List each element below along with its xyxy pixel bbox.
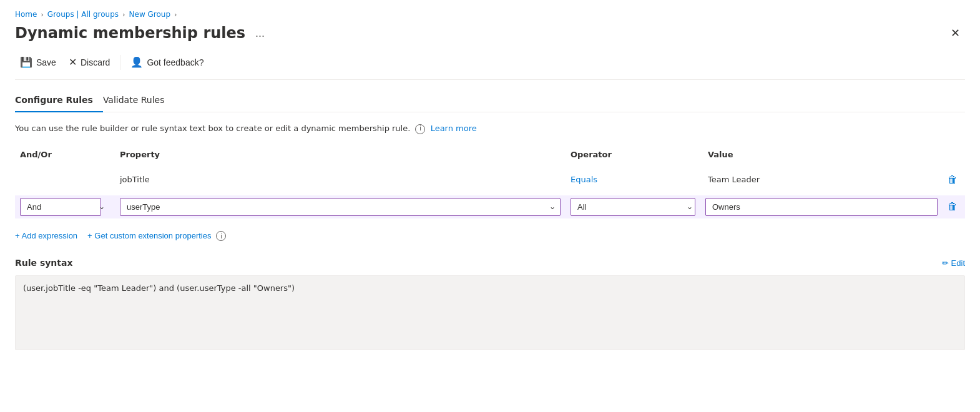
tabs: Configure Rules Validate Rules	[15, 90, 965, 112]
discard-label: Discard	[81, 57, 110, 67]
static-property: jobTitle	[115, 172, 566, 187]
edit-rule-syntax-button[interactable]: ✏ Edit	[942, 256, 965, 270]
static-andor	[15, 177, 115, 182]
property-select[interactable]: userType jobTitle department	[120, 198, 561, 216]
operator-select[interactable]: Equals Not Equals Contains All Any	[571, 198, 695, 216]
value-cell	[703, 198, 940, 216]
static-operator: Equals	[566, 172, 703, 187]
save-button[interactable]: 💾 Save	[15, 52, 61, 72]
add-expression-row: + Add expression + Get custom extension …	[15, 228, 965, 243]
info-text: You can use the rule builder or rule syn…	[15, 122, 965, 135]
rule-syntax-section: Rule syntax ✏ Edit (user.jobTitle -eq "T…	[15, 256, 965, 352]
close-button[interactable]: ✕	[946, 24, 965, 42]
col-header-property: Property	[115, 147, 566, 162]
feedback-button[interactable]: 👤 Got feedback?	[125, 52, 208, 72]
feedback-icon: 👤	[130, 56, 143, 68]
ellipsis-button[interactable]: ...	[252, 26, 268, 41]
rule-syntax-textarea[interactable]: (user.jobTitle -eq "Team Leader") and (u…	[15, 275, 965, 350]
feedback-label: Got feedback?	[147, 57, 203, 67]
col-header-delete	[940, 147, 965, 162]
save-label: Save	[36, 57, 56, 67]
get-custom-label: + Get custom extension properties	[87, 231, 211, 240]
discard-icon: ✕	[69, 56, 77, 68]
get-custom-button[interactable]: + Get custom extension properties i	[87, 228, 228, 243]
static-delete-cell: 🗑	[940, 169, 965, 190]
delete-row-1-button[interactable]: 🗑	[945, 172, 960, 188]
col-header-andor: And/Or	[15, 147, 115, 162]
breadcrumb-groups[interactable]: Groups | All groups	[47, 10, 119, 19]
table-row-static: jobTitle Equals Team Leader 🗑	[15, 167, 965, 195]
discard-button[interactable]: ✕ Discard	[64, 52, 115, 72]
save-icon: 💾	[20, 56, 32, 68]
property-cell: userType jobTitle department ⌄	[115, 198, 566, 216]
col-header-operator: Operator	[566, 147, 703, 162]
andor-cell: And Or ⌄	[15, 198, 115, 216]
operator-cell: Equals Not Equals Contains All Any ⌄	[566, 198, 703, 216]
table-header: And/Or Property Operator Value	[15, 147, 965, 167]
rule-syntax-title: Rule syntax	[15, 258, 73, 268]
breadcrumb-sep1: ›	[41, 11, 43, 19]
rule-table: And/Or Property Operator Value jobTitle …	[15, 147, 965, 218]
col-header-value: Value	[703, 147, 940, 162]
custom-info-icon: i	[216, 231, 226, 241]
page-title: Dynamic membership rules	[15, 24, 245, 42]
info-icon: i	[415, 124, 425, 134]
static-value: Team Leader	[703, 172, 940, 187]
andor-select-wrapper: And Or ⌄	[20, 198, 110, 216]
value-input[interactable]	[705, 198, 938, 216]
delete-cell: 🗑	[940, 199, 965, 215]
breadcrumb-new-group[interactable]: New Group	[129, 10, 171, 19]
property-select-wrapper: userType jobTitle department ⌄	[120, 198, 561, 216]
delete-row-2-button[interactable]: 🗑	[945, 199, 960, 215]
breadcrumb-sep2: ›	[122, 11, 125, 19]
add-expression-button[interactable]: + Add expression	[15, 228, 77, 243]
page-header: Dynamic membership rules ... ✕	[15, 24, 965, 42]
toolbar: 💾 Save ✕ Discard 👤 Got feedback?	[15, 52, 965, 80]
tab-configure-rules[interactable]: Configure Rules	[15, 90, 103, 112]
breadcrumb-home[interactable]: Home	[15, 10, 37, 19]
andor-select[interactable]: And Or	[20, 198, 101, 216]
info-message: You can use the rule builder or rule syn…	[15, 124, 410, 133]
breadcrumb: Home › Groups | All groups › New Group ›	[15, 10, 965, 19]
learn-more-link[interactable]: Learn more	[431, 124, 477, 133]
toolbar-separator	[120, 55, 120, 70]
rule-syntax-header: Rule syntax ✏ Edit	[15, 256, 965, 270]
table-row-edit: And Or ⌄ userType jobTitle department ⌄	[15, 195, 965, 218]
breadcrumb-sep3: ›	[174, 11, 177, 19]
operator-select-wrapper: Equals Not Equals Contains All Any ⌄	[571, 198, 698, 216]
tab-validate-rules[interactable]: Validate Rules	[103, 90, 175, 112]
